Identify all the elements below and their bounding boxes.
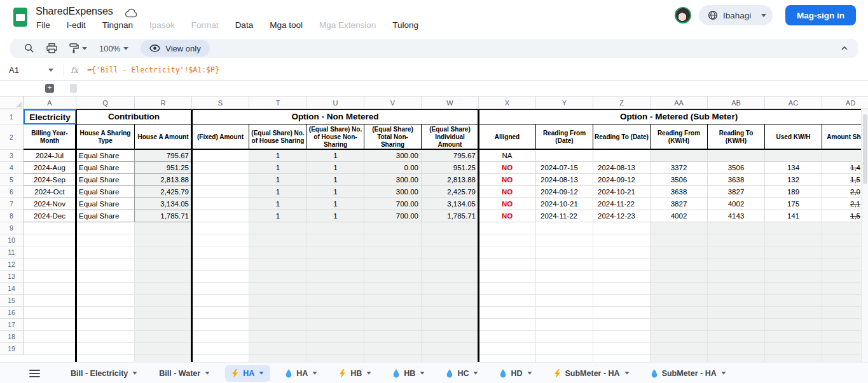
cell-AA6[interactable]: 3638: [651, 186, 708, 198]
formula-input[interactable]: ={'Bill - Electricity'!$A1:$P}: [87, 65, 219, 74]
column-header-AB[interactable]: AB: [708, 96, 765, 109]
cell-AB8[interactable]: 4143: [708, 210, 765, 222]
cell-V12[interactable]: [364, 259, 422, 271]
cell-Z19[interactable]: [593, 343, 651, 355]
cell-AB14[interactable]: [708, 283, 765, 295]
cell-AC11[interactable]: [765, 246, 822, 259]
sheet-tab-menu-caret-icon[interactable]: [527, 372, 532, 374]
row-header-7[interactable]: 7: [0, 198, 24, 210]
column-header-T[interactable]: T: [249, 96, 307, 109]
cell-U4[interactable]: 1: [307, 162, 364, 174]
menu-data[interactable]: Data: [234, 20, 255, 30]
cell-AA4[interactable]: 3372: [651, 162, 708, 174]
column-header-S[interactable]: S: [192, 96, 249, 109]
sheet-tab-bill-water-1[interactable]: Bill - Water: [153, 365, 216, 382]
cell-Y13[interactable]: [536, 271, 593, 283]
cell-AB9[interactable]: [708, 222, 765, 234]
column-header-Q[interactable]: Q: [76, 96, 135, 109]
cell-AA16[interactable]: [651, 307, 708, 319]
cell-T3[interactable]: 1: [249, 150, 307, 162]
cell-T12[interactable]: [249, 259, 307, 271]
cell-AB7[interactable]: 4002: [708, 198, 765, 210]
cell-A8[interactable]: 2024-Dec: [24, 210, 76, 222]
cell-U15[interactable]: [307, 295, 364, 307]
column-header-A[interactable]: A: [24, 96, 76, 109]
cell-V3[interactable]: 300.00: [364, 150, 422, 162]
cell-Q11[interactable]: [76, 246, 135, 259]
cell-W6[interactable]: 2,425.79: [422, 186, 479, 198]
cell-A18[interactable]: [24, 331, 76, 343]
cell-AA7[interactable]: 3827: [651, 198, 708, 210]
row-header-11[interactable]: 11: [0, 246, 24, 259]
collapse-toolbar-icon[interactable]: [840, 44, 849, 53]
cell-T17[interactable]: [249, 319, 307, 331]
cell-AB3[interactable]: [708, 150, 765, 162]
cell-U20[interactable]: [307, 355, 364, 362]
cell-AA17[interactable]: [651, 319, 708, 331]
row-header-2[interactable]: 2: [0, 124, 24, 150]
cell-A6[interactable]: 2024-Oct: [24, 186, 76, 198]
cell-V4[interactable]: 0.00: [364, 162, 422, 174]
cell-T20[interactable]: [249, 355, 307, 362]
cell-X6[interactable]: NO: [479, 186, 536, 198]
cell-AC8[interactable]: 141: [765, 210, 822, 222]
cell-W19[interactable]: [422, 343, 479, 355]
document-title[interactable]: SharedExpenses: [36, 6, 113, 17]
cell-W17[interactable]: [422, 319, 479, 331]
cell-Q2[interactable]: House A Sharing Type: [76, 124, 135, 150]
cell-AC2[interactable]: Used KW/H: [765, 124, 822, 150]
cell-X11[interactable]: [479, 246, 536, 259]
cell-X16[interactable]: [479, 307, 536, 319]
cell-T4[interactable]: 1: [249, 162, 307, 174]
cell-AA9[interactable]: [651, 222, 708, 234]
cell-T19[interactable]: [249, 343, 307, 355]
cell-AB11[interactable]: [708, 246, 765, 259]
cell-R13[interactable]: [135, 271, 192, 283]
cell-Z18[interactable]: [593, 331, 651, 343]
cell-X19[interactable]: [479, 343, 536, 355]
cell-X7[interactable]: NO: [479, 198, 536, 210]
cell-Q5[interactable]: Equal Share: [76, 174, 135, 186]
cell-V19[interactable]: [364, 343, 422, 355]
cell-A10[interactable]: [24, 234, 76, 246]
cell-R14[interactable]: [135, 283, 192, 295]
menu-tingnan[interactable]: Tingnan: [101, 20, 134, 30]
cell-T9[interactable]: [249, 222, 307, 234]
cell-R20[interactable]: [135, 355, 192, 362]
row-header-3[interactable]: 3: [0, 150, 24, 162]
cell-Z2[interactable]: Reading To (Date): [593, 124, 651, 150]
cell-S11[interactable]: [192, 246, 249, 259]
cell-Y6[interactable]: 2024-09-12: [536, 186, 593, 198]
cell-A17[interactable]: [24, 319, 76, 331]
row-header-4[interactable]: 4: [0, 162, 24, 174]
cell-A7[interactable]: 2024-Nov: [24, 198, 76, 210]
cell-S20[interactable]: [192, 355, 249, 362]
paint-format-icon[interactable]: [69, 43, 87, 53]
cell-R9[interactable]: [135, 222, 192, 234]
column-header-R[interactable]: R: [135, 96, 192, 109]
cell-Z11[interactable]: [593, 246, 651, 259]
cell-Z10[interactable]: [593, 234, 651, 246]
sheet-tab-bill-electricity-0[interactable]: Bill - Electricity: [64, 365, 144, 382]
cell-U12[interactable]: [307, 259, 364, 271]
cell-R11[interactable]: [135, 246, 192, 259]
cell-AC15[interactable]: [765, 295, 822, 307]
cell-S19[interactable]: [192, 343, 249, 355]
sheet-tab-submeter-ha-9[interactable]: SubMeter - HA: [645, 365, 733, 382]
cell-AC18[interactable]: [765, 331, 822, 343]
sheet-tab-hb-4[interactable]: HB: [333, 365, 378, 382]
cell-V11[interactable]: [364, 246, 422, 259]
cell-W13[interactable]: [422, 271, 479, 283]
cell-AA15[interactable]: [651, 295, 708, 307]
cell-R19[interactable]: [135, 343, 192, 355]
cell-U9[interactable]: [307, 222, 364, 234]
cell-R4[interactable]: 951.25: [135, 162, 192, 174]
row-header-9[interactable]: 9: [0, 222, 24, 234]
cell-X3[interactable]: NA: [479, 150, 536, 162]
cell-Y20[interactable]: [536, 355, 593, 362]
row-header-19[interactable]: 19: [0, 343, 24, 355]
cell-Q13[interactable]: [76, 271, 135, 283]
group-header-3[interactable]: Option - Metered (Sub Meter): [479, 109, 868, 124]
search-icon[interactable]: [24, 43, 34, 53]
cell-Y3[interactable]: [536, 150, 593, 162]
